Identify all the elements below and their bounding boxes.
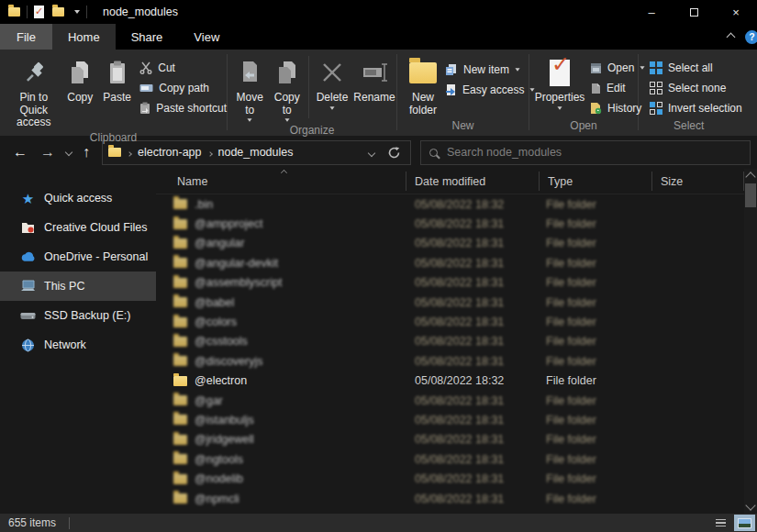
column-header-date-modified[interactable]: Date modified: [406, 175, 539, 188]
file-row[interactable]: @discoveryjs05/08/2022 18:31File folder: [156, 351, 744, 371]
file-date-modified: 05/08/2022 18:31: [415, 493, 546, 505]
file-row[interactable]: @csstools05/08/2022 18:31File folder: [156, 332, 744, 351]
sidebar-item-network[interactable]: Network: [0, 330, 156, 360]
thumbnails-view-button[interactable]: [734, 515, 755, 531]
column-header-name[interactable]: Name: [156, 175, 406, 188]
folder-icon: [173, 278, 187, 288]
select-none-button[interactable]: Select none: [650, 78, 742, 98]
minimize-button[interactable]: –: [630, 0, 673, 24]
file-row[interactable]: @electron05/08/2022 18:32File folder: [156, 371, 744, 391]
file-row[interactable]: @istanbuljs05/08/2022 18:31File folder: [156, 410, 744, 429]
easy-access-button[interactable]: Easy access: [445, 80, 535, 100]
file-row[interactable]: .bin05/08/2022 18:32File folder: [156, 194, 744, 214]
delete-button[interactable]: Delete: [312, 54, 352, 112]
move-to-button[interactable]: Move to: [231, 54, 269, 124]
qat-properties-icon[interactable]: ✓: [34, 6, 44, 18]
address-dropdown-chevron-icon[interactable]: [369, 146, 374, 159]
file-row[interactable]: @angular05/08/2022 18:31File folder: [156, 234, 744, 253]
breadcrumb-chevron-icon-2[interactable]: [208, 146, 212, 159]
file-name: @npmcli: [195, 493, 415, 505]
sidebar-item-this-pc[interactable]: This PC: [0, 272, 156, 301]
creative-cloud-folder-icon: [20, 220, 36, 235]
paste-icon: [107, 56, 128, 89]
edit-button[interactable]: Edit: [590, 78, 645, 98]
address-folder-icon: [108, 148, 121, 157]
paste-button[interactable]: Paste: [98, 54, 136, 106]
breadcrumb-segment-2[interactable]: node_modules: [218, 146, 294, 159]
back-button[interactable]: ←: [6, 144, 34, 161]
rename-button[interactable]: Rename: [352, 54, 396, 106]
scroll-up-icon[interactable]: [745, 172, 755, 182]
refresh-icon[interactable]: [387, 146, 401, 160]
cut-button[interactable]: Cut: [139, 58, 227, 78]
copy-path-button[interactable]: Copy path: [139, 78, 227, 98]
up-button[interactable]: ↑: [76, 144, 96, 161]
folder-icon: [173, 238, 187, 249]
search-input[interactable]: Search node_modules: [420, 140, 751, 165]
scroll-down-icon[interactable]: [745, 500, 755, 510]
history-button[interactable]: History: [590, 98, 645, 118]
details-view-icon: [716, 519, 726, 527]
drive-icon: [20, 308, 36, 323]
tab-file[interactable]: File: [0, 24, 52, 50]
paste-shortcut-button[interactable]: Paste shortcut: [139, 98, 227, 118]
file-date-modified: 05/08/2022 18:31: [415, 472, 546, 485]
new-item-button[interactable]: New item: [445, 60, 535, 80]
file-row[interactable]: @nodelib05/08/2022 18:31File folder: [156, 469, 744, 488]
sidebar-item-label: Network: [44, 338, 86, 351]
sidebar-item-ssd-backup-e[interactable]: SSD Backup (E:): [0, 301, 156, 330]
copy-to-button[interactable]: Copy to: [269, 54, 306, 124]
properties-button[interactable]: ✓ Properties: [533, 54, 586, 112]
sidebar-item-quick-access[interactable]: ★Quick access: [0, 183, 156, 213]
tab-view[interactable]: View: [178, 24, 235, 50]
tab-home[interactable]: Home: [52, 24, 116, 50]
details-view-button[interactable]: [710, 515, 731, 531]
file-row[interactable]: @babel05/08/2022 18:31File folder: [156, 293, 744, 312]
file-row[interactable]: @gar05/08/2022 18:31File folder: [156, 391, 744, 410]
maximize-button[interactable]: [673, 0, 715, 24]
file-name: @assemblyscript: [195, 276, 415, 289]
pin-to-quick-access-button[interactable]: Pin to Quick access: [6, 54, 62, 131]
file-list: .bin05/08/2022 18:32File folder@ampproje…: [156, 194, 744, 514]
collapse-ribbon-icon[interactable]: [727, 32, 736, 41]
file-row[interactable]: @jridgewell05/08/2022 18:31File folder: [156, 430, 744, 449]
column-header-size[interactable]: Size: [651, 175, 743, 188]
qat-new-folder-icon[interactable]: [52, 7, 64, 17]
folder-icon: [173, 493, 187, 504]
sidebar-item-onedrive-personal[interactable]: OneDrive - Personal: [0, 242, 156, 272]
breadcrumb-chevron-icon[interactable]: [128, 146, 131, 159]
network-globe-icon: [20, 338, 36, 352]
open-button[interactable]: Open: [590, 58, 645, 78]
recent-locations-chevron-icon[interactable]: [61, 150, 76, 155]
properties-chevron-icon: [557, 106, 562, 109]
section-label-new: New: [397, 119, 529, 136]
file-row[interactable]: @assemblyscript05/08/2022 18:31File fold…: [156, 273, 744, 293]
close-button[interactable]: ×: [715, 0, 757, 24]
file-type: File folder: [546, 316, 651, 328]
onedrive-cloud-icon: [20, 249, 36, 264]
select-all-button[interactable]: Select all: [650, 58, 742, 78]
copy-button[interactable]: Copy: [62, 54, 98, 106]
qat-customize-chevron-icon[interactable]: [74, 10, 80, 14]
new-item-icon: [445, 63, 458, 76]
select-none-icon: [650, 82, 662, 94]
folder-icon: [173, 376, 187, 386]
file-row[interactable]: @ngtools05/08/2022 18:31File folder: [156, 449, 744, 469]
forward-button[interactable]: →: [34, 144, 61, 161]
file-row[interactable]: @colors05/08/2022 18:31File folder: [156, 312, 744, 331]
file-date-modified: 05/08/2022 18:32: [415, 374, 546, 387]
tab-share[interactable]: Share: [116, 24, 179, 50]
file-row[interactable]: @ampproject05/08/2022 18:31File folder: [156, 214, 744, 233]
breadcrumb-segment-1[interactable]: electron-app: [138, 146, 202, 159]
help-icon[interactable]: ?: [745, 30, 757, 44]
vertical-scrollbar[interactable]: [744, 169, 757, 514]
file-row[interactable]: @npmcli05/08/2022 18:31File folder: [156, 489, 744, 508]
address-bar[interactable]: electron-app node_modules: [102, 140, 411, 165]
column-header-type[interactable]: Type: [539, 175, 651, 188]
file-row[interactable]: @angular-devkit05/08/2022 18:31File fold…: [156, 253, 744, 272]
sidebar-item-creative-cloud-files[interactable]: Creative Cloud Files: [0, 213, 156, 242]
invert-selection-button[interactable]: Invert selection: [650, 98, 742, 118]
scrollbar-thumb[interactable]: [745, 183, 756, 207]
ribbon-section-organize: Move to Copy to Delete: [228, 50, 396, 136]
new-folder-button[interactable]: Newfolder: [405, 54, 441, 118]
